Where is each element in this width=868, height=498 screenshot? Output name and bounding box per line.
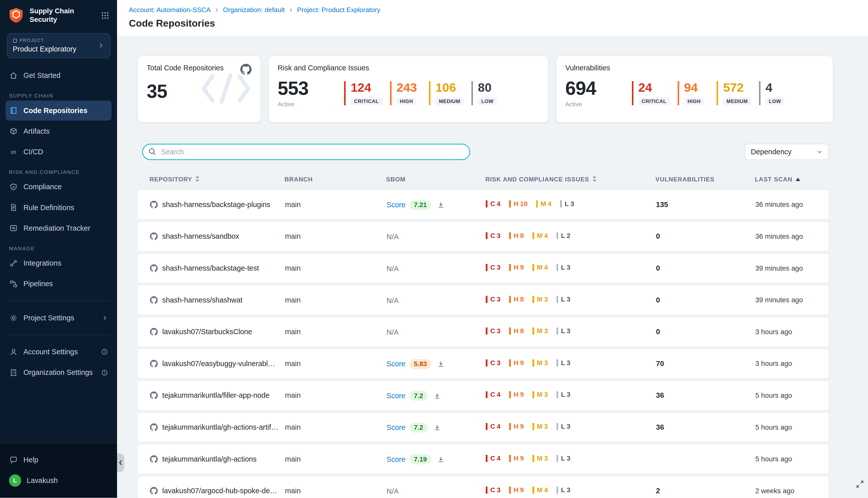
repository-cell[interactable]: shash-harness/shashwat [150,296,285,304]
sort-icon[interactable] [195,175,200,184]
repository-cell[interactable]: shash-harness/sandbox [150,232,285,240]
repository-name[interactable]: tejakummarikuntla/filler-app-node [162,391,269,399]
repository-name[interactable]: lavakush07/StarbucksClone [162,328,252,336]
sidebar-item-pipelines[interactable]: Pipelines [5,274,111,294]
sbom-score-link[interactable]: Score [387,360,405,368]
high-count: H9 [509,359,524,367]
breadcrumb-project-link[interactable]: Project: Product Exploratory [297,6,380,14]
branch-cell: main [285,232,387,240]
sort-icon[interactable] [592,175,597,184]
repository-name[interactable]: shash-harness/backstage-test [162,264,259,272]
repository-cell[interactable]: tejakummarikuntla/gh-actions [150,455,285,463]
repository-name[interactable]: tejakummarikuntla/gh-actions-artifacts [162,423,278,431]
info-icon[interactable] [101,369,108,376]
search-input[interactable] [142,144,470,160]
table-row[interactable]: shash-harness/backstage-test main N/A C3… [137,253,829,284]
sidebar-item-get-started[interactable]: Get Started [5,66,111,86]
sidebar-item-compliance[interactable]: Compliance [5,177,111,197]
sidebar-item-label: Project Settings [23,314,74,322]
branch-cell: main [285,296,387,304]
repository-cell[interactable]: lavakush07/StarbucksClone [150,328,285,336]
table-row[interactable]: lavakush07/easybuggy-vulnerable-app... m… [137,349,829,379]
repository-name[interactable]: lavakush07/easybuggy-vulnerable-app... [162,359,278,368]
repository-cell[interactable]: lavakush07/easybuggy-vulnerable-app... [150,359,285,368]
sidebar-item-help[interactable]: Help [5,450,111,470]
table-row[interactable]: shash-harness/shashwat main N/A C3 H8 M3… [137,285,829,315]
table-row[interactable]: shash-harness/sandbox main N/A C3 H8 M4 … [137,221,829,251]
severity-stat: 572 MEDIUM [717,81,751,105]
medium-count: M3 [532,391,548,398]
breadcrumb-separator-icon [288,7,294,13]
high-count: H8 [509,327,524,335]
sort-ascending-icon[interactable] [795,176,801,183]
download-sbom-icon[interactable] [437,360,445,368]
column-sbom: SBOM [386,176,485,183]
column-repository[interactable]: REPOSITORY [149,175,284,184]
issues-metric: 553 Active [278,72,309,107]
sidebar-collapse-handle[interactable] [117,453,124,472]
sidebar-item-remediation-tracker[interactable]: Remediation Tracker [5,218,111,238]
sidebar-item-account-settings[interactable]: Account Settings [5,342,111,362]
download-sbom-icon[interactable] [437,456,445,463]
repository-name[interactable]: shash-harness/backstage-plugins [162,200,270,209]
sidebar-item-organization-settings[interactable]: Organization Settings [5,363,111,383]
sbom-score-value: 7.19 [410,454,431,464]
sidebar-item-code-repositories[interactable]: Code Repositories [5,101,111,121]
medium-count: M3 [532,455,548,462]
download-sbom-icon[interactable] [433,424,441,431]
critical-count: C3 [486,232,500,240]
building-icon [9,368,18,377]
chat-bubble-icon [9,456,18,464]
user-menu[interactable]: L Lavakush [5,470,111,490]
sidebar-item-label: Help [23,456,38,464]
repository-cell[interactable]: tejakummarikuntla/filler-app-node [150,391,285,399]
module-switcher-icon[interactable] [101,11,109,19]
github-icon [150,233,158,240]
sidebar-item-rule-definitions[interactable]: Rule Definitions [5,197,111,218]
info-icon[interactable] [101,348,108,355]
high-count: H9 [509,423,524,430]
high-count: H8 [509,232,524,240]
vulnerabilities-count: 2 [656,487,755,495]
sbom-score-link[interactable]: Score [387,423,405,432]
table-row[interactable]: tejakummarikuntla/filler-app-node main S… [137,380,829,410]
critical-count: C3 [486,296,500,303]
critical-count: C3 [486,264,500,271]
table-row[interactable]: shash-harness/backstage-plugins main Sco… [137,189,829,220]
download-sbom-icon[interactable] [437,201,445,209]
branch-cell: main [285,200,387,209]
table-row[interactable]: tejakummarikuntla/gh-actions-artifacts m… [137,412,829,443]
dependency-filter-select[interactable]: Dependency [745,144,829,160]
download-sbom-icon[interactable] [433,392,441,400]
project-selector[interactable]: PROJECT Product Exploratory [7,33,110,58]
sidebar-item-project-settings[interactable]: Project Settings [5,308,111,328]
resize-widget-icon[interactable] [855,480,865,489]
sbom-score-link[interactable]: Score [387,201,405,209]
repository-cell[interactable]: lavakush07/argocd-hub-spoke-demo [150,487,285,495]
repository-name[interactable]: shash-harness/sandbox [162,232,239,240]
github-icon [240,64,251,75]
github-icon [150,423,158,431]
repository-name[interactable]: tejakummarikuntla/gh-actions [162,455,256,463]
sbom-score-link[interactable]: Score [387,455,405,463]
vulnerabilities-count: 0 [656,296,755,304]
table-row[interactable]: lavakush07/StarbucksClone main N/A C3 H8… [137,317,829,347]
repository-cell[interactable]: tejakummarikuntla/gh-actions-artifacts [150,423,285,431]
column-last-scan[interactable]: LAST SCAN [755,176,829,183]
medium-count: M4 [532,486,548,494]
column-risk-compliance[interactable]: RISK AND COMPLIANCE ISSUES [485,175,655,184]
repository-name[interactable]: shash-harness/shashwat [162,296,242,304]
sidebar-item-cicd[interactable]: ∞ CI/CD [5,142,111,162]
sidebar-item-artifacts[interactable]: Artifacts [5,121,111,141]
breadcrumb-account-link[interactable]: Account: Automation-SSCA [129,6,211,14]
avatar: L [9,474,21,487]
sbom-score-link[interactable]: Score [387,392,405,400]
sidebar-item-integrations[interactable]: Integrations [5,253,111,273]
table-row[interactable]: tejakummarikuntla/gh-actions main Score … [137,444,829,474]
medium-count: M4 [532,264,548,271]
repository-cell[interactable]: shash-harness/backstage-plugins [150,200,285,209]
breadcrumb-organization-link[interactable]: Organization: default [223,6,285,14]
table-row[interactable]: lavakush07/argocd-hub-spoke-demo main N/… [137,476,829,498]
repository-name[interactable]: lavakush07/argocd-hub-spoke-demo [162,487,278,495]
repository-cell[interactable]: shash-harness/backstage-test [150,264,285,272]
